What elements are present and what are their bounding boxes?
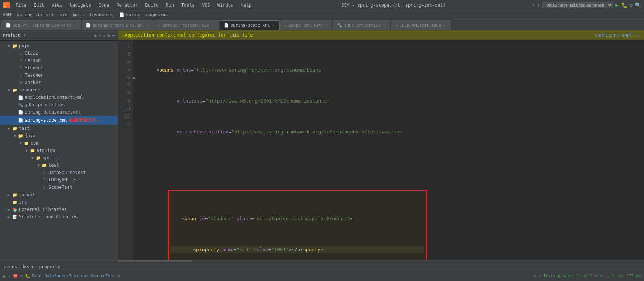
tab-datasource[interactable]: 📄 spring-datasource.xml ×	[82, 20, 154, 30]
run-close-icon[interactable]: ×	[117, 274, 120, 278]
menu-tools[interactable]: Tools	[178, 2, 198, 8]
run-config-link[interactable]: DataSourceTest.dataSourceTest	[44, 274, 115, 278]
tree-spring-folder[interactable]: ▼ 📁 spring	[0, 154, 118, 162]
menu-file[interactable]: File	[13, 2, 29, 8]
code-line-2[interactable]: <beans xmlns="http://www.springframework…	[145, 66, 644, 74]
tree-test-sub-folder[interactable]: ▼ 📁 test	[0, 162, 118, 169]
tree-test-folder[interactable]: ▼ 📁 test	[0, 125, 118, 132]
menu-vcs[interactable]: VCS	[199, 2, 213, 8]
collapse-all-icon[interactable]: ≡	[94, 33, 96, 38]
bc-resources[interactable]: resources	[89, 12, 113, 17]
tree-iocxml[interactable]: I IOCByXMLTest	[0, 176, 118, 184]
tree-atguigu-folder[interactable]: ▼ 📁 atguigu	[0, 147, 118, 154]
ln-10: 10	[118, 105, 130, 112]
bc-bottom-bean[interactable]: bean	[23, 264, 33, 269]
gear-icon[interactable]: ⚙	[107, 33, 110, 38]
tab-springscope[interactable]: 📄 spring-scope.xml ×	[220, 20, 280, 30]
code-line-6[interactable]: <bean id="student" class="com.atguigu.sp…	[170, 215, 424, 222]
tab-pom[interactable]: 📄 pom.xml (spring-ioc-xml) ×	[1, 20, 81, 30]
resources-folder-icon: 📁	[12, 88, 18, 93]
vcs-push-icon[interactable]: ⬆	[537, 3, 540, 8]
tab-close-dst[interactable]: ×	[211, 23, 215, 27]
tree-java-folder[interactable]: ▼ 📁 java	[0, 132, 118, 139]
gutter-4	[133, 66, 140, 74]
menu-help[interactable]: Help	[238, 2, 254, 8]
tree-scopetest[interactable]: S ScopeTest	[0, 184, 118, 191]
tree-springscope[interactable]: 📄 spring-scope.xml 新建配置文件	[0, 116, 118, 125]
run-bar-debug[interactable]: 🐛	[25, 274, 30, 278]
code-line-4[interactable]: xsi:schemaLocation="http://www.springfra…	[145, 128, 644, 136]
tree-jdbc[interactable]: 🔧 jdbc.properties	[0, 101, 118, 108]
tree-ext-libs[interactable]: ▶ 📚 External Libraries	[0, 206, 118, 213]
tree-com-folder[interactable]: ▼ 📁 com	[0, 139, 118, 147]
tab-close-ds[interactable]: ×	[146, 23, 150, 27]
tree-resources-folder[interactable]: ▼ 📁 resources	[0, 86, 118, 94]
tree-appctx[interactable]: 📄 applicationContext.xml	[0, 94, 118, 101]
scratches-icon: 📝	[12, 215, 18, 219]
bc-src[interactable]: src	[59, 12, 68, 17]
menu-build[interactable]: Build	[142, 2, 161, 8]
bc-module[interactable]: spring-ioc-xml	[17, 12, 54, 17]
menu-refactor[interactable]: Refactor	[113, 2, 141, 8]
tree-teacher[interactable]: T Teacher	[0, 72, 118, 79]
tree-clazz[interactable]: C Clazz	[0, 49, 118, 57]
horizontal-scrollbar[interactable]	[118, 260, 644, 262]
debug-button[interactable]: 🐛	[621, 2, 627, 8]
tab-close-ioc[interactable]: ×	[443, 23, 447, 27]
run-bar-stop[interactable]: ⛔	[13, 274, 18, 278]
run-expand-icon[interactable]: »	[534, 274, 537, 278]
tree-target[interactable]: ▶ 📁 target	[0, 191, 118, 198]
bc-bottom-property[interactable]: property	[39, 264, 61, 269]
tab-close-ss[interactable]: ×	[272, 23, 275, 27]
code-content[interactable]: <beans xmlns="http://www.springframework…	[140, 40, 644, 260]
menu-view[interactable]: View	[49, 2, 65, 8]
tree-worker[interactable]: W Worker	[0, 79, 118, 86]
run-run-icon[interactable]: ▶	[3, 273, 6, 279]
menu-run[interactable]: Run	[163, 2, 177, 8]
tree-springds[interactable]: 📄 spring-datasource.xml	[0, 108, 118, 116]
vcs-update-icon[interactable]: ⬇	[532, 3, 535, 8]
tab-label-dst: DataSourceTest.java	[163, 23, 209, 28]
ext-libs-icon: 📚	[12, 207, 18, 212]
bc-main[interactable]: main	[73, 12, 84, 17]
tab-scopetest[interactable]: ☕ ScopeTest.java ×	[280, 20, 332, 30]
run-bar-close[interactable]: ✓	[8, 274, 11, 278]
bc-ssm[interactable]: SSM	[3, 12, 11, 17]
tab-datasourcetest[interactable]: ☕ DataSourceTest.java ×	[154, 20, 219, 30]
tab-close-st[interactable]: ×	[325, 23, 328, 27]
menu-code[interactable]: Code	[96, 2, 112, 8]
configure-link[interactable]: Configure appl...	[595, 32, 640, 38]
menu-navigate[interactable]: Navigate	[67, 2, 94, 8]
run-bar-rerun[interactable]: ↺	[20, 274, 23, 278]
scrollbar-thumb[interactable]	[118, 260, 192, 262]
tab-jdbc[interactable]: 🔧 jdbc.properties ×	[333, 20, 390, 30]
menu-window[interactable]: Window	[215, 2, 236, 8]
run-button[interactable]: ▶	[615, 1, 619, 8]
run-config-select[interactable]: DataSourceTest.dataSourceTest	[542, 2, 613, 8]
tree-datasourcetest[interactable]: D DataSourceTest	[0, 169, 118, 176]
tree-src[interactable]: 📁 src	[0, 198, 118, 206]
gutter-run-icon[interactable]: ▶	[133, 74, 140, 81]
tab-close-jdbc[interactable]: ×	[383, 23, 386, 27]
code-line-7[interactable]: <property name="sid" value="1001"></prop…	[170, 246, 424, 253]
settings-icon[interactable]: ⚙	[630, 2, 633, 8]
bean-run-gutter-icon[interactable]: ▶	[133, 75, 136, 80]
tree-scratches[interactable]: ▶ 📝 Scratches and Consoles	[0, 213, 118, 221]
minimize-icon[interactable]: –	[112, 33, 115, 38]
tab-close-pom[interactable]: ×	[73, 23, 77, 27]
tree-pojo-folder[interactable]: ▼ 📁 pojo	[0, 42, 118, 49]
expand-icon[interactable]: ⟺	[99, 33, 105, 38]
bc-file[interactable]: spring-scope.xml	[126, 12, 169, 17]
code-area[interactable]: 2 3 4 5 6 7 8 9 10 11 12 ▶	[118, 40, 644, 260]
ln-3: 3	[118, 51, 130, 58]
appctx-label: applicationContext.xml	[24, 95, 83, 100]
search-everywhere-icon[interactable]: 🔍	[635, 2, 641, 8]
iocxml-label: IOCByXMLTest	[47, 177, 80, 183]
bc-bottom-beans[interactable]: beans	[4, 264, 17, 269]
tab-iocxml[interactable]: ☕ IOCByXMLTest.java ×	[391, 20, 451, 30]
code-line-3[interactable]: xmlns:xsi="http://www.w3.org/2001/XMLSch…	[145, 97, 644, 105]
bottom-breadcrumb: beans › bean › property	[0, 262, 644, 271]
menu-edit[interactable]: Edit	[31, 2, 47, 8]
tree-person[interactable]: P Person	[0, 57, 118, 64]
tree-student[interactable]: S Student	[0, 64, 118, 72]
